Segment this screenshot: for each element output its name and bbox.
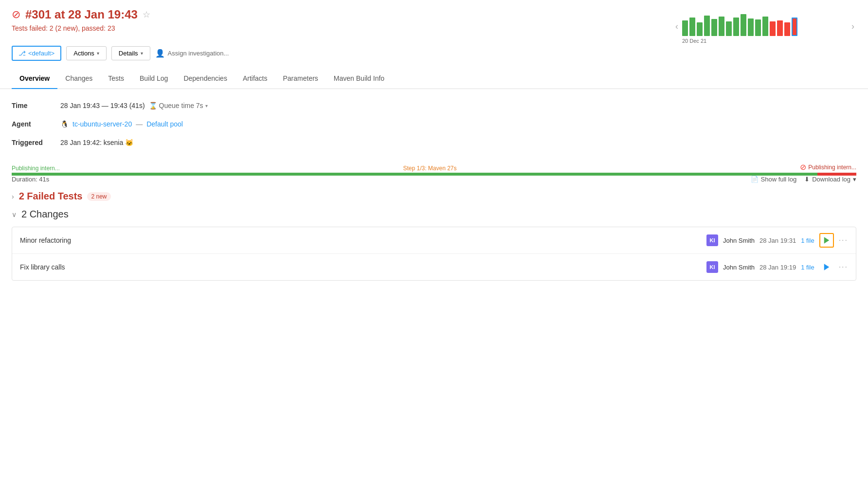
build-title: #301 at 28 Jan 19:43 — [25, 8, 138, 21]
log-icon: 📄 — [751, 176, 759, 183]
queue-time-label: Queue time 7s — [159, 102, 203, 109]
chart-bar — [755, 19, 761, 36]
failed-tests-new-badge: 2 new — [87, 192, 110, 201]
failed-tests-section-header: › 2 Failed Tests 2 new — [12, 191, 856, 202]
change-date: 28 Jan 19:31 — [760, 237, 796, 244]
change-row: Fix library calls KI John Smith 28 Jan 1… — [12, 254, 856, 280]
failed-tests-toggle[interactable]: › — [12, 193, 14, 200]
run-build-button[interactable] — [819, 260, 834, 274]
build-history-chart: ‹ — [673, 8, 856, 41]
build-info-grid: Time 28 Jan 19:43 — 19:43 (41s) ⌛ Queue … — [12, 99, 856, 149]
chart-date-label: 20 Dec 21 — [682, 38, 848, 44]
author-name: John Smith — [723, 264, 755, 271]
changes-table: Minor refactoring KI John Smith 28 Jan 1… — [12, 227, 856, 281]
chart-bar-active — [792, 18, 797, 36]
agent-os-icon: 🐧 — [60, 120, 69, 128]
triggered-label: Triggered — [12, 136, 60, 149]
agent-sep: — — [136, 120, 143, 128]
failed-tests-count: 2 Failed Tests — [19, 191, 83, 202]
show-full-log-button[interactable]: 📄 Show full log — [751, 176, 797, 183]
assign-label: Assign investigation... — [168, 50, 229, 57]
actions-button[interactable]: Actions ▾ — [66, 46, 107, 60]
tab-dependencies[interactable]: Dependencies — [176, 69, 235, 89]
tab-artifacts[interactable]: Artifacts — [235, 69, 275, 89]
chart-bar — [741, 14, 746, 36]
more-options-button[interactable]: ··· — [839, 236, 848, 245]
chart-bar — [762, 17, 768, 36]
agent-pool-link[interactable]: Default pool — [146, 120, 183, 128]
show-full-log-label: Show full log — [761, 176, 797, 183]
bar-seg-green-main — [41, 173, 817, 176]
branch-button[interactable]: ⎇ <default> — [12, 46, 61, 61]
chart-bar — [726, 21, 732, 36]
change-meta: KI John Smith 28 Jan 19:19 1 file ··· — [706, 260, 848, 274]
log-actions: 📄 Show full log ⬇ Download log ▾ — [751, 176, 857, 183]
author-name: John Smith — [723, 237, 755, 244]
time-label: Time — [12, 99, 60, 112]
chart-nav-prev[interactable]: ‹ — [673, 19, 680, 34]
queue-chevron[interactable]: ▾ — [205, 103, 208, 108]
assign-investigation-button[interactable]: 👤 Assign investigation... — [155, 49, 229, 58]
star-icon[interactable]: ☆ — [143, 9, 150, 20]
run-build-button[interactable] — [819, 233, 834, 248]
file-count-link[interactable]: 1 file — [801, 264, 814, 271]
change-row: Minor refactoring KI John Smith 28 Jan 1… — [12, 227, 856, 254]
build-timeline: Publishing intern... Step 1/3: Maven 27s… — [12, 159, 856, 183]
chart-bar — [748, 18, 754, 36]
agent-label: Agent — [12, 117, 60, 131]
tab-parameters[interactable]: Parameters — [275, 69, 326, 89]
queue-time[interactable]: ⌛ Queue time 7s ▾ — [149, 102, 208, 109]
chart-bar — [770, 21, 776, 36]
change-meta: KI John Smith 28 Jan 19:31 1 file ··· — [706, 233, 848, 248]
build-subtitle: Tests failed: 2 (2 new), passed: 23 — [12, 24, 150, 32]
agent-link[interactable]: tc-ubuntu-server-20 — [72, 120, 132, 128]
branch-label: <default> — [28, 50, 54, 57]
branch-icon: ⎇ — [18, 50, 26, 57]
svg-marker-1 — [824, 264, 829, 270]
chart-bar — [733, 18, 739, 36]
download-chevron: ▾ — [853, 176, 856, 183]
changes-title: 2 Changes — [21, 209, 69, 220]
timeline-label-left: Publishing intern... — [12, 165, 60, 172]
chart-bar — [711, 19, 717, 36]
download-icon: ⬇ — [804, 176, 810, 183]
error-status-icon: ⊘ — [12, 8, 20, 21]
timeline-label-right: ⊘ Publishing intern... — [800, 162, 856, 172]
time-value: 28 Jan 19:43 — 19:43 (41s) — [60, 102, 145, 109]
tab-overview[interactable]: Overview — [12, 69, 57, 89]
hourglass-icon: ⌛ — [149, 102, 157, 109]
chart-bar — [689, 18, 695, 36]
chart-bar — [697, 22, 703, 36]
tab-maven-build-info[interactable]: Maven Build Info — [326, 69, 392, 89]
download-log-button[interactable]: ⬇ Download log ▾ — [804, 176, 856, 183]
chart-bar — [719, 17, 724, 36]
actions-label: Actions — [73, 50, 94, 57]
duration-row: Duration: 41s 📄 Show full log ⬇ Download… — [12, 176, 856, 183]
chart-bar — [704, 16, 710, 36]
download-log-label: Download log — [812, 176, 850, 183]
actions-chevron: ▾ — [97, 51, 99, 56]
tab-bar: Overview Changes Tests Build Log Depende… — [0, 69, 868, 89]
changes-section: ∨ 2 Changes Minor refactoring KI John Sm… — [12, 209, 856, 281]
tab-tests[interactable]: Tests — [100, 69, 132, 89]
details-button[interactable]: Details ▾ — [111, 46, 150, 60]
author-avatar: KI — [706, 234, 718, 246]
changes-toggle[interactable]: ∨ — [12, 211, 17, 218]
chart-bar — [784, 22, 790, 36]
svg-marker-0 — [824, 237, 829, 244]
details-label: Details — [119, 50, 138, 57]
details-chevron: ▾ — [141, 51, 143, 56]
chart-nav-next[interactable]: › — [850, 19, 856, 34]
file-count-link[interactable]: 1 file — [801, 237, 814, 244]
chart-bar — [682, 20, 688, 36]
timeline-error-icon: ⊘ — [800, 162, 806, 172]
change-description: Fix library calls — [20, 263, 701, 271]
tab-build-log[interactable]: Build Log — [132, 69, 176, 89]
more-options-button[interactable]: ··· — [839, 263, 848, 271]
change-description: Minor refactoring — [20, 236, 701, 244]
assign-icon: 👤 — [155, 49, 165, 58]
chart-bar — [777, 20, 783, 36]
change-date: 28 Jan 19:19 — [760, 264, 796, 271]
author-avatar: KI — [706, 261, 718, 273]
tab-changes[interactable]: Changes — [57, 69, 100, 89]
